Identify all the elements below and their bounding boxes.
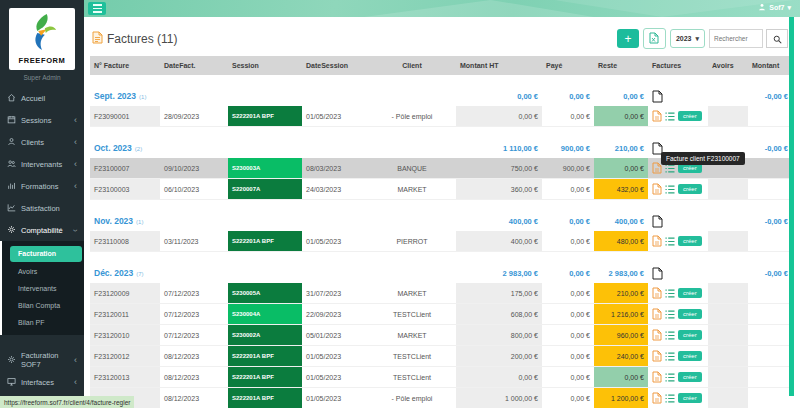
montant-cell — [748, 325, 792, 346]
creer-button[interactable]: créer — [678, 330, 702, 340]
session-badge[interactable]: S230002A — [228, 325, 302, 346]
search-button[interactable] — [766, 29, 788, 48]
list-icon[interactable] — [665, 185, 675, 194]
pdf-icon[interactable] — [652, 110, 662, 122]
invoices-table: N° FactureDateFact.SessionDateSessionCli… — [90, 56, 792, 408]
avoirs-cell — [708, 106, 748, 127]
creer-button[interactable]: créer — [678, 236, 702, 246]
pdf-icon[interactable] — [652, 392, 662, 404]
column-header[interactable]: DateFact. — [160, 56, 228, 75]
column-header[interactable]: Client — [368, 56, 456, 75]
column-header[interactable]: Factures — [648, 56, 708, 75]
column-header[interactable]: N° Facture — [90, 56, 160, 75]
submenu-item-facturation[interactable]: Facturation — [10, 246, 82, 262]
pdf-icon[interactable] — [652, 371, 662, 383]
submenu-item-bilan-compta[interactable]: Bilan Compta — [2, 297, 84, 314]
invoice-row[interactable]: F2310000306/10/2023S220007A24/03/2023MAR… — [90, 179, 792, 200]
invoice-row[interactable]: F2312000907/12/2023S230005A31/07/2023MAR… — [90, 283, 792, 304]
column-header[interactable]: Reste — [594, 56, 648, 75]
list-icon[interactable] — [665, 310, 675, 319]
sidebar-item-facturation-sof7[interactable]: Facturation SOF7‹ — [0, 349, 84, 371]
creer-button[interactable]: créer — [678, 111, 702, 121]
submenu-item-intervenants[interactable]: Intervenants — [2, 280, 84, 297]
invoice-row[interactable]: F2312001107/12/2023S230004A22/09/2023TES… — [90, 304, 792, 325]
list-icon[interactable] — [665, 289, 675, 298]
sidebar-item-clients[interactable]: Clients‹ — [0, 131, 84, 153]
pdf-icon[interactable] — [652, 350, 662, 362]
creer-button[interactable]: créer — [678, 288, 702, 298]
sidebar-item-comptabilit-[interactable]: Comptabilité‹ — [0, 219, 84, 241]
list-icon[interactable] — [665, 331, 675, 340]
calendar-icon — [7, 115, 16, 126]
submenu-item-bilan-pf[interactable]: Bilan PF — [2, 314, 84, 331]
session-badge[interactable]: S230003A — [228, 158, 302, 179]
montant-cell — [748, 367, 792, 388]
column-header[interactable]: Payé — [542, 56, 594, 75]
list-icon[interactable] — [665, 394, 675, 403]
creer-button[interactable]: créer — [678, 351, 702, 361]
freeform-logo-icon — [26, 13, 58, 55]
sidebar-item-interfaces[interactable]: Interfaces‹ — [0, 371, 84, 393]
add-invoice-button[interactable]: + — [617, 29, 639, 48]
pdf-icon[interactable] — [652, 287, 662, 299]
scrollbar[interactable] — [789, 17, 794, 396]
column-header[interactable]: Session — [228, 56, 302, 75]
paye-cell: 0,00 € — [542, 346, 594, 367]
session-badge[interactable]: S222201A BPF — [228, 367, 302, 388]
invoice-number-cell: F23100003 — [90, 179, 160, 200]
session-badge[interactable]: S230005A — [228, 283, 302, 304]
hamburger-menu-icon[interactable] — [88, 2, 106, 15]
session-badge[interactable]: S230004A — [228, 304, 302, 325]
file-icon[interactable] — [652, 267, 663, 280]
list-icon[interactable] — [665, 373, 675, 382]
pdf-icon[interactable] — [652, 183, 662, 195]
submenu-item-avoirs[interactable]: Avoirs — [2, 263, 84, 280]
sidebar-item-satisfaction[interactable]: Satisfaction — [0, 197, 84, 219]
pdf-icon[interactable] — [652, 235, 662, 247]
file-icon[interactable] — [652, 90, 663, 103]
pdf-icon[interactable] — [652, 329, 662, 341]
factures-actions-cell: créer — [648, 304, 708, 325]
creer-button[interactable]: créer — [678, 372, 702, 382]
invoice-row[interactable]: F2312001007/12/2023S230002A05/01/2023MAR… — [90, 325, 792, 346]
montant-cell — [748, 346, 792, 367]
column-header[interactable]: Avoirs — [708, 56, 748, 75]
sidebar-item-intervenants[interactable]: Intervenants‹ — [0, 153, 84, 175]
factures-actions-cell: créer — [648, 231, 708, 252]
list-icon[interactable] — [665, 352, 675, 361]
column-header[interactable]: Montant — [748, 56, 792, 75]
session-badge[interactable]: S222201A BPF — [228, 346, 302, 367]
user-menu[interactable]: Sof7 ▾ — [758, 3, 791, 12]
creer-button[interactable]: créer — [678, 393, 702, 403]
logo[interactable]: FREEFORM — [9, 8, 75, 70]
session-badge[interactable]: S222201A BPF — [228, 231, 302, 252]
invoice-row[interactable]: F2309000128/09/2023S222201A BPF01/05/202… — [90, 106, 792, 127]
creer-button[interactable]: créer — [678, 309, 702, 319]
session-badge[interactable]: S222201A BPF — [228, 106, 302, 127]
pdf-icon[interactable] — [652, 308, 662, 320]
group-montant-ht: 0,00 € — [456, 92, 542, 101]
year-select[interactable]: 2023 ▾ — [670, 29, 705, 48]
sidebar-item-accueil[interactable]: Accueil — [0, 87, 84, 109]
export-excel-button[interactable] — [643, 28, 666, 49]
chevron-down-icon: ‹ — [71, 229, 80, 232]
month-label: Sept. 2023(1) — [90, 91, 228, 101]
invoice-row[interactable]: F2312001208/12/2023S222201A BPF01/05/202… — [90, 346, 792, 367]
montant-ht-cell: 800,00 € — [456, 325, 542, 346]
file-icon[interactable] — [652, 215, 663, 228]
montant-ht-cell: 0,00 € — [456, 106, 542, 127]
creer-button[interactable]: créer — [678, 184, 702, 194]
list-icon[interactable] — [665, 112, 675, 121]
column-header[interactable]: DateSession — [302, 56, 368, 75]
search-input[interactable] — [709, 29, 763, 48]
invoice-row[interactable]: F2312001408/12/2023S222201A BPF01/05/202… — [90, 388, 792, 408]
session-badge[interactable]: S220007A — [228, 179, 302, 200]
invoice-row[interactable]: F2312001308/12/2023S222201A BPF01/05/202… — [90, 367, 792, 388]
column-header[interactable]: Montant HT — [456, 56, 542, 75]
sidebar-item-formations[interactable]: Formations‹ — [0, 175, 84, 197]
session-badge[interactable]: S222201A BPF — [228, 388, 302, 408]
list-icon[interactable] — [665, 237, 675, 246]
invoice-row[interactable]: F2311000803/11/2023S222201A BPF01/05/202… — [90, 231, 792, 252]
reste-cell: 0,00 € — [594, 367, 648, 388]
sidebar-item-sessions[interactable]: Sessions‹ — [0, 109, 84, 131]
